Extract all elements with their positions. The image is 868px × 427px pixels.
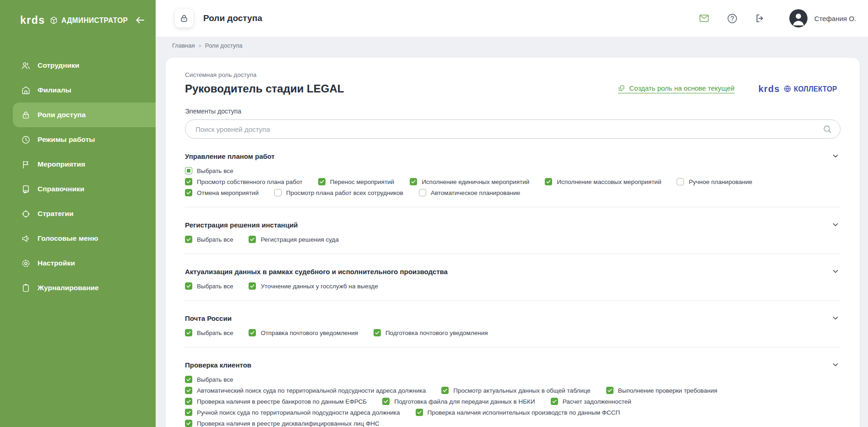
breadcrumb-current: Роли доступа xyxy=(205,42,243,49)
avatar[interactable] xyxy=(789,9,808,27)
checkbox-label: Перенос мероприятий xyxy=(330,178,394,185)
section-russian-post: Почта РоссииВыбрать всеОтправка почтовог… xyxy=(185,301,841,347)
checkbox-item[interactable]: Отправка почтового уведомления xyxy=(249,329,358,336)
sidebar-item-employees[interactable]: Сотрудники xyxy=(0,53,156,78)
checkbox-item[interactable]: Ручное планирование xyxy=(677,178,752,185)
checkbox-item[interactable]: Ручной поиск суда по территориальной под… xyxy=(185,409,400,416)
checkbox-item[interactable]: Просмотр актуальных данных в общей табли… xyxy=(441,387,591,394)
checkbox-checked-icon[interactable] xyxy=(441,387,449,394)
collapse-sidebar-arrow-icon[interactable] xyxy=(135,15,146,26)
sidebar-item-directories[interactable]: Справочники xyxy=(0,177,156,201)
help-icon[interactable] xyxy=(727,13,738,24)
create-role-link[interactable]: Создать роль на основе текущей xyxy=(618,84,734,93)
checkbox-row: Отмена мероприятийПросмотр плана работ в… xyxy=(185,189,841,196)
section-title: Почта России xyxy=(185,314,232,322)
checkbox-checked-icon[interactable] xyxy=(185,236,192,243)
checkbox-checked-icon[interactable] xyxy=(249,236,256,243)
checkbox-item[interactable]: Перенос мероприятий xyxy=(318,178,394,185)
checkbox-item[interactable]: Уточнение данных у госслужб на выезде xyxy=(249,282,378,290)
checkbox-checked-icon[interactable] xyxy=(318,178,326,185)
checkbox-checked-icon[interactable] xyxy=(249,329,256,336)
checkbox-item[interactable]: Автоматический поиск суда по территориал… xyxy=(185,387,426,394)
checkbox-unchecked-icon[interactable] xyxy=(274,189,282,196)
checkbox-checked-icon[interactable] xyxy=(185,189,192,196)
checkbox-label: Отправка почтового уведомления xyxy=(260,330,358,336)
checkbox-rows: Выбрать всеПросмотр собственного плана р… xyxy=(185,167,841,196)
checkbox-row: Ручной поиск суда по территориальной под… xyxy=(185,409,841,416)
checkbox-checked-icon[interactable] xyxy=(185,398,192,405)
checkbox-label: Проверка наличия исполнительных производ… xyxy=(428,409,620,416)
checkbox-label: Выбрать все xyxy=(197,330,233,336)
checkbox-item[interactable]: Исполнение единичных мероприятий xyxy=(410,178,529,185)
sidebar-item-settings[interactable]: Настройки xyxy=(0,251,156,276)
checkbox-checked-icon[interactable] xyxy=(185,420,192,427)
checkbox-checked-icon[interactable] xyxy=(382,398,390,405)
select-all-checkbox[interactable]: Выбрать все xyxy=(185,376,233,383)
section-header: Управление планом работ xyxy=(185,151,841,161)
sidebar-item-branches[interactable]: Филиалы xyxy=(0,78,156,103)
select-all-checkbox[interactable]: Выбрать все xyxy=(185,167,233,174)
search-icon xyxy=(822,124,832,134)
checkbox-item[interactable]: Регистрация решения суда xyxy=(249,236,339,243)
checkbox-item[interactable]: Отмена мероприятий xyxy=(185,189,259,196)
checkbox-item[interactable]: Подготовка почтового уведомления xyxy=(374,329,488,336)
checkbox-checked-icon[interactable] xyxy=(185,178,192,185)
checkbox-label: Автоматический поиск суда по территориал… xyxy=(197,387,426,394)
checkbox-label: Ручное планирование xyxy=(689,178,752,185)
chevron-down-icon[interactable] xyxy=(830,151,841,161)
checkbox-unchecked-icon[interactable] xyxy=(677,178,684,185)
chevron-down-icon[interactable] xyxy=(830,220,841,230)
checkbox-item[interactable]: Проверка наличия исполнительных производ… xyxy=(416,409,620,416)
checkbox-item[interactable]: Выполнение проверки требования xyxy=(606,387,717,394)
checkbox-item[interactable]: Проверка наличия в реестре дисквалифицир… xyxy=(185,420,380,427)
sidebar-item-label: Филиалы xyxy=(38,86,71,94)
search-input[interactable] xyxy=(185,119,841,139)
checkbox-checked-icon[interactable] xyxy=(185,329,192,336)
sidebar-item-access-roles[interactable]: Роли доступа xyxy=(13,103,156,127)
select-all-checkbox[interactable]: Выбрать все xyxy=(185,236,233,243)
sidebar-item-voice-menus[interactable]: Голосовые меню xyxy=(0,226,156,251)
checkbox-item[interactable]: Автоматическое планирование xyxy=(419,189,521,196)
user-name[interactable]: Стефания О. xyxy=(814,15,856,22)
checkbox-checked-icon[interactable] xyxy=(410,178,417,185)
checkbox-checked-icon[interactable] xyxy=(374,329,381,336)
breadcrumb-home[interactable]: Главная xyxy=(172,42,195,49)
checkbox-checked-icon[interactable] xyxy=(185,376,192,383)
chevron-down-icon[interactable] xyxy=(830,266,841,276)
checkbox-checked-icon[interactable] xyxy=(185,282,192,290)
checkbox-checked-icon[interactable] xyxy=(551,398,558,405)
chevron-down-icon[interactable] xyxy=(830,313,841,323)
checkbox-indeterminate-icon[interactable] xyxy=(185,167,192,174)
sidebar-item-journaling[interactable]: Журналирование xyxy=(0,276,156,300)
sidebar-item-work-modes[interactable]: Режимы работы xyxy=(0,127,156,152)
checkbox-checked-icon[interactable] xyxy=(416,409,423,416)
select-all-checkbox[interactable]: Выбрать все xyxy=(185,329,233,336)
checkbox-item[interactable]: Подготовка файла для передачи данных в Н… xyxy=(382,398,535,405)
section-header: Проверка клиентов xyxy=(185,360,841,370)
checkbox-item[interactable]: Исполнение массовых мероприятий xyxy=(545,178,661,185)
checkbox-checked-icon[interactable] xyxy=(545,178,552,185)
checkbox-checked-icon[interactable] xyxy=(185,409,192,416)
checkbox-label: Автоматическое планирование xyxy=(431,189,521,196)
checkbox-unchecked-icon[interactable] xyxy=(419,189,426,196)
checkbox-item[interactable]: Расчет задолженностей xyxy=(551,398,631,405)
checkbox-checked-icon[interactable] xyxy=(606,387,613,394)
checkbox-checked-icon[interactable] xyxy=(185,387,192,394)
mail-icon[interactable] xyxy=(698,12,710,24)
checkbox-label: Уточнение данных у госслужб на выезде xyxy=(260,283,378,290)
checkbox-label: Выполнение проверки требования xyxy=(618,387,717,394)
logout-icon[interactable] xyxy=(754,13,765,24)
sidebar-item-label: Справочники xyxy=(38,185,84,193)
checkbox-item[interactable]: Просмотр плана работ всех сотрудников xyxy=(274,189,403,196)
chevron-down-icon[interactable] xyxy=(830,360,841,370)
checkbox-label: Подготовка файла для передачи данных в Н… xyxy=(394,398,535,405)
checkbox-checked-icon[interactable] xyxy=(249,282,256,290)
flag-icon xyxy=(21,160,31,169)
sidebar-item-strategies[interactable]: Стратегии xyxy=(0,201,156,226)
checkbox-item[interactable]: Проверка наличия в реестре банкротов по … xyxy=(185,398,367,405)
checkbox-item[interactable]: Просмотр собственного плана работ xyxy=(185,178,303,185)
sidebar-item-events[interactable]: Мероприятия xyxy=(0,152,156,177)
role-title: Руководитель стадии LEGAL xyxy=(185,82,344,95)
select-all-checkbox[interactable]: Выбрать все xyxy=(185,282,233,290)
checkbox-row: Выбрать все xyxy=(185,376,841,383)
